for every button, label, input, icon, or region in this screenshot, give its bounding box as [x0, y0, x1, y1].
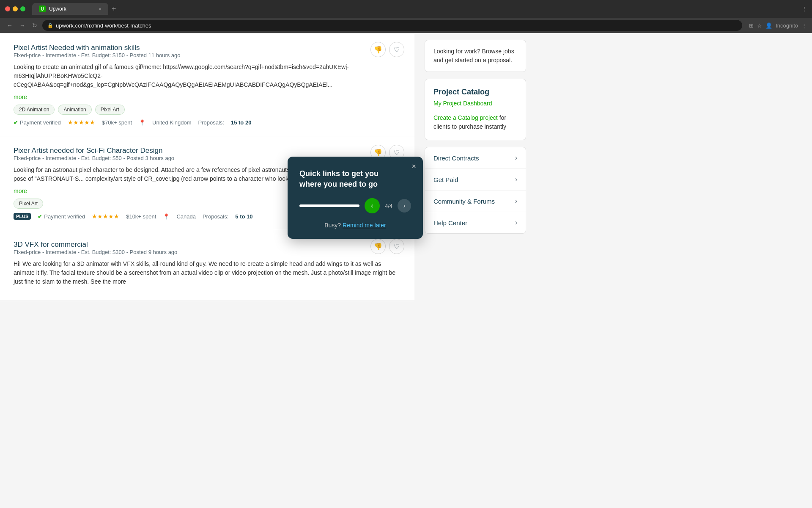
tab-bar: U Upwork × +	[32, 3, 798, 15]
address-bar-right: ⊞ ☆ 👤 Incognito ⋮	[749, 22, 807, 29]
browser-tab-upwork[interactable]: U Upwork ×	[32, 3, 108, 15]
sidebar-item-get-paid[interactable]: Get Paid ›	[425, 169, 526, 190]
job-description: Hi! We are looking for a 3D animator wit…	[14, 260, 401, 286]
tab-title: Upwork	[49, 6, 66, 12]
proposals-count: 5 to 10	[235, 213, 252, 220]
project-catalog-title: Project Catalog	[433, 88, 517, 97]
account-icon[interactable]: 👤	[765, 22, 772, 29]
address-bar[interactable]: 🔒 upwork.com/nx/find-work/best-matches	[42, 20, 742, 31]
popup-footer: Busy? Remind me later	[299, 222, 411, 229]
sidebar: Looking for work? Browse jobs and get st…	[414, 33, 533, 508]
community-forums-label: Community & Forums	[433, 198, 495, 205]
traffic-light-red[interactable]	[5, 6, 10, 11]
popup-progress-bar	[299, 204, 359, 207]
dislike-button[interactable]: 👎	[370, 42, 386, 57]
job-actions: 👎 ♡	[370, 42, 404, 57]
more-link[interactable]: more	[14, 94, 27, 100]
location-icon: 📍	[139, 119, 145, 126]
payment-check-icon: ✔	[14, 119, 18, 126]
job-meta: Fixed-price - Intermediate - Est. Budget…	[14, 52, 401, 58]
lock-icon: 🔒	[47, 23, 53, 28]
chevron-right-icon: ›	[515, 197, 517, 205]
popup-prev-button[interactable]: ‹	[365, 198, 380, 213]
spent-badge: $70k+ spent	[102, 119, 132, 126]
tag-pixel-art[interactable]: Pixel Art	[14, 199, 43, 209]
upwork-favicon: U	[39, 6, 46, 12]
popup-busy-text: Busy?	[324, 222, 341, 229]
new-tab-button[interactable]: +	[110, 5, 118, 14]
plus-badge: PLUS	[14, 213, 31, 220]
payment-verified: ✔ Payment verified	[38, 213, 85, 220]
incognito-label: Incognito	[776, 22, 798, 29]
looking-work-banner: Looking for work? Browse jobs and get st…	[425, 40, 526, 72]
direct-contracts-label: Direct Contracts	[433, 155, 479, 162]
job-card: 👎 ♡ Pixel Artist Needed with animation s…	[0, 33, 414, 136]
chevron-right-icon: ›	[515, 219, 517, 226]
job-meta: Fixed-price - Intermediate - Est. Budget…	[14, 249, 401, 255]
popup-close-button[interactable]: ×	[411, 163, 416, 170]
address-bar-row: ← → ↻ 🔒 upwork.com/nx/find-work/best-mat…	[0, 18, 812, 33]
my-project-dashboard-link[interactable]: My Project Dashboard	[433, 100, 517, 107]
job-actions: 👎 ♡	[370, 239, 404, 254]
job-title[interactable]: Pixel Artist Needed with animation skill…	[14, 44, 140, 52]
dislike-button[interactable]: 👎	[370, 239, 386, 254]
popup-progress-area: ‹ 4/4 ›	[299, 198, 411, 213]
more-link[interactable]: more	[14, 188, 27, 194]
extension-icon[interactable]: ⊞	[749, 22, 754, 29]
browser-chrome: U Upwork × + ⋮	[0, 0, 812, 18]
create-catalog-link[interactable]: Create a Catalog project	[433, 114, 498, 121]
sidebar-item-community-forums[interactable]: Community & Forums ›	[425, 190, 526, 212]
job-footer: ✔ Payment verified ★★★★★ $70k+ spent 📍 U…	[14, 119, 401, 126]
help-center-label: Help Center	[433, 219, 467, 226]
tag-animation[interactable]: Animation	[58, 105, 91, 115]
traffic-light-green[interactable]	[20, 6, 25, 11]
popup-next-button[interactable]: ›	[398, 199, 411, 213]
location-label: United Kingdom	[152, 119, 192, 126]
more-options-icon[interactable]: ⋮	[802, 6, 807, 12]
refresh-button[interactable]: ↻	[30, 21, 39, 30]
location-label: Canada	[176, 213, 196, 220]
job-card: 👎 ♡ 3D VFX for commercial Fixed-price - …	[0, 230, 414, 301]
popup-counter: 4/4	[385, 203, 392, 209]
bookmark-icon[interactable]: ☆	[757, 22, 762, 29]
chevron-right-icon: ›	[515, 154, 517, 162]
proposals-label: Proposals:	[203, 213, 228, 220]
proposals-label: Proposals:	[198, 119, 224, 126]
save-button[interactable]: ♡	[389, 42, 404, 57]
popup-title: Quick links to get you where you need to…	[299, 168, 411, 190]
traffic-lights	[5, 6, 25, 11]
get-paid-label: Get Paid	[433, 176, 458, 183]
location-icon: 📍	[163, 213, 170, 220]
tag-2d-animation[interactable]: 2D Animation	[14, 105, 55, 115]
payment-check-icon: ✔	[38, 213, 42, 220]
job-title[interactable]: Pixer Artist needed for Sci-Fi Character…	[14, 146, 162, 155]
page-layout: 👎 ♡ Pixel Artist Needed with animation s…	[0, 33, 812, 508]
star-rating: ★★★★★	[68, 119, 95, 126]
quick-links-popup: × Quick links to get you where you need …	[288, 157, 423, 239]
job-tags: 2D Animation Animation Pixel Art	[14, 105, 401, 115]
chevron-right-icon: ›	[515, 176, 517, 183]
forward-button[interactable]: →	[18, 21, 27, 30]
project-catalog-description: Create a Catalog project for clients to …	[433, 113, 517, 131]
payment-verified: ✔ Payment verified	[14, 119, 61, 126]
spent-badge: $10k+ spent	[126, 213, 156, 220]
save-button[interactable]: ♡	[389, 239, 404, 254]
job-description: Looking to create an animated gif of a f…	[14, 63, 401, 89]
project-catalog-card: Project Catalog My Project Dashboard Cre…	[425, 79, 526, 140]
back-button[interactable]: ←	[5, 21, 14, 30]
popup-progress-bar-container	[299, 204, 359, 207]
address-url: upwork.com/nx/find-work/best-matches	[56, 22, 151, 29]
browser-controls-right: ⋮	[802, 6, 807, 12]
traffic-light-yellow[interactable]	[13, 6, 18, 11]
tag-pixel-art[interactable]: Pixel Art	[95, 105, 125, 115]
sidebar-item-direct-contracts[interactable]: Direct Contracts ›	[425, 147, 526, 169]
sidebar-nav: Direct Contracts › Get Paid › Community …	[425, 147, 526, 234]
proposals-count: 15 to 20	[231, 119, 251, 126]
job-title[interactable]: 3D VFX for commercial	[14, 240, 88, 248]
sidebar-item-help-center[interactable]: Help Center ›	[425, 212, 526, 233]
popup-remind-link[interactable]: Remind me later	[343, 222, 386, 229]
star-rating: ★★★★★	[92, 213, 119, 220]
main-content: 👎 ♡ Pixel Artist Needed with animation s…	[0, 33, 414, 508]
menu-icon[interactable]: ⋮	[801, 22, 807, 29]
tab-close-button[interactable]: ×	[99, 6, 102, 11]
